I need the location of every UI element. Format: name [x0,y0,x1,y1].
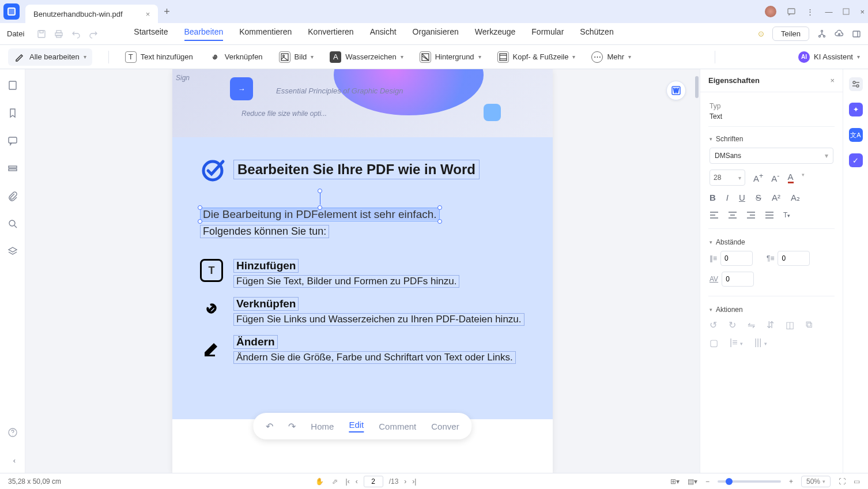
strikethrough-icon[interactable]: S [756,193,761,203]
save-icon[interactable] [37,29,46,39]
subscript-icon[interactable]: A₂ [791,193,800,203]
char-spacing-input[interactable] [722,272,754,287]
align-left-icon[interactable] [710,211,719,219]
menu-werkzeuge[interactable]: Werkzeuge [475,27,516,41]
pill-convert[interactable]: Conver [431,422,459,431]
align-center-icon[interactable] [728,211,737,219]
document-page[interactable]: Sign → Essential Principles of Graphic D… [172,69,553,473]
feature-title[interactable]: Verknüpfen [233,297,299,311]
scrollbar-thumb[interactable] [695,76,699,98]
link-button[interactable]: Verknüpfen [209,51,263,63]
header-footer-button[interactable]: Kopf- & Fußzeile▾ [497,51,576,63]
bookmark-icon[interactable] [7,107,18,119]
comment-panel-icon[interactable] [7,135,18,146]
undo-icon[interactable] [71,29,81,39]
layers-icon[interactable] [7,246,18,257]
zoom-slider[interactable] [718,480,781,483]
italic-icon[interactable]: I [726,193,729,203]
next-page-icon[interactable]: › [404,477,406,486]
flip-vertical-icon[interactable]: ⇵ [767,319,774,330]
fit-page-icon[interactable]: ⊞▾ [670,477,680,486]
font-size-select[interactable]: 28▾ [710,170,745,186]
proofread-icon[interactable]: ✓ [849,153,863,167]
actions-section[interactable]: Aktionen [710,306,833,314]
menu-organisieren[interactable]: Organisieren [413,27,459,41]
close-panel-icon[interactable]: × [830,76,835,85]
file-menu[interactable]: Datei [7,29,24,38]
print-icon[interactable] [54,29,63,39]
fields-icon[interactable] [7,163,18,174]
cloud-upload-icon[interactable] [835,29,844,39]
menu-ansicht[interactable]: Ansicht [370,27,397,41]
bold-icon[interactable]: B [710,193,716,203]
feature-title[interactable]: Ändern [233,335,278,349]
page-number-input[interactable] [364,476,383,487]
rotate-right-icon[interactable]: ↻ [729,319,736,330]
tab-close-icon[interactable]: × [146,10,150,18]
increase-font-icon[interactable]: A+ [753,172,763,183]
new-tab-button[interactable]: + [164,6,170,18]
menu-startseite[interactable]: Startseite [134,27,168,41]
thumbnails-icon[interactable] [7,80,18,91]
decrease-font-icon[interactable]: A- [771,172,779,183]
window-maximize-icon[interactable] [843,8,850,15]
selected-text-block[interactable]: Die Bearbeitung in PDFelement ist sehr e… [200,208,440,221]
lightbulb-icon[interactable]: ⊙ [758,29,764,38]
flip-horizontal-icon[interactable]: ⇋ [748,319,755,330]
hand-tool-icon[interactable]: ✋ [315,477,324,486]
spacing-section[interactable]: Abstände [710,238,833,246]
align-right-icon[interactable] [746,211,756,219]
pill-redo-icon[interactable]: ↷ [288,421,296,432]
fullscreen-icon[interactable]: ⛶ [839,477,846,486]
feature-desc[interactable]: Ändern Sie die Größe, Farbe und Schrifta… [233,351,516,364]
menu-schützen[interactable]: Schützen [580,27,613,41]
menu-formular[interactable]: Formular [531,27,564,41]
menu-konvertieren[interactable]: Konvertieren [308,27,353,41]
background-button[interactable]: Hintergrund▾ [420,51,481,63]
page-heading[interactable]: Bearbeiten Sie Ihre PDF wie in Word [233,160,480,179]
superscript-icon[interactable]: A² [772,193,780,203]
share-button[interactable]: Teilen [772,27,809,41]
properties-toggle-icon[interactable] [849,77,863,91]
menu-bearbeiten[interactable]: Bearbeiten [184,27,224,41]
align-objects-icon[interactable]: |≡ ▾ [730,337,743,348]
search-icon[interactable] [7,218,18,230]
view-mode-icon[interactable]: ▤▾ [688,477,697,486]
ai-chat-icon[interactable]: ✦ [849,103,863,116]
attachment-icon[interactable] [7,190,18,202]
reading-mode-icon[interactable]: ▭ [854,477,860,486]
collapse-sidebar-icon[interactable]: ‹ [9,454,20,466]
image-button[interactable]: Bild▾ [279,51,314,63]
feature-desc[interactable]: Fügen Sie Text, Bilder und Formen zu PDF… [233,275,459,288]
zoom-select[interactable]: 50% ▾ [801,476,831,487]
edit-all-button[interactable]: Alle bearbeiten▾ [8,48,92,66]
more-button[interactable]: ⋯Mehr▾ [591,51,631,63]
zoom-in-icon[interactable]: + [789,477,793,486]
font-color-icon[interactable]: A [788,172,794,183]
comments-icon[interactable] [787,7,796,16]
translate-icon[interactable]: 文A [849,128,863,142]
sitemap-icon[interactable] [817,29,827,39]
window-minimize-icon[interactable]: — [825,7,832,16]
watermark-button[interactable]: AWasserzeichen▾ [330,51,403,63]
pill-edit[interactable]: Edit [349,420,364,432]
feature-desc[interactable]: Fügen Sie Links und Wasserzeichen zu Ihr… [233,313,524,326]
text-block[interactable]: Folgendes können Sie tun: [200,225,329,238]
kebab-menu-icon[interactable]: ⋮ [806,7,814,16]
last-page-icon[interactable]: ›| [412,477,416,486]
replace-icon[interactable]: ▢ [710,337,718,348]
first-page-icon[interactable]: |‹ [346,477,350,486]
add-text-button[interactable]: TText hinzufügen [125,51,193,63]
paragraph-spacing-input[interactable] [778,251,810,266]
user-avatar[interactable] [765,6,776,17]
align-justify-icon[interactable] [765,211,774,219]
pill-comment[interactable]: Comment [379,422,416,431]
font-family-select[interactable]: DMSans▾ [710,148,833,164]
pill-home[interactable]: Home [311,422,334,431]
line-spacing-input[interactable] [720,251,753,266]
redo-icon[interactable] [89,29,98,39]
distribute-icon[interactable]: ||| ▾ [754,337,767,348]
export-word-badge[interactable]: W [666,81,686,100]
feature-title[interactable]: Hinzufügen [233,259,299,273]
rotate-left-icon[interactable]: ↺ [710,319,717,330]
